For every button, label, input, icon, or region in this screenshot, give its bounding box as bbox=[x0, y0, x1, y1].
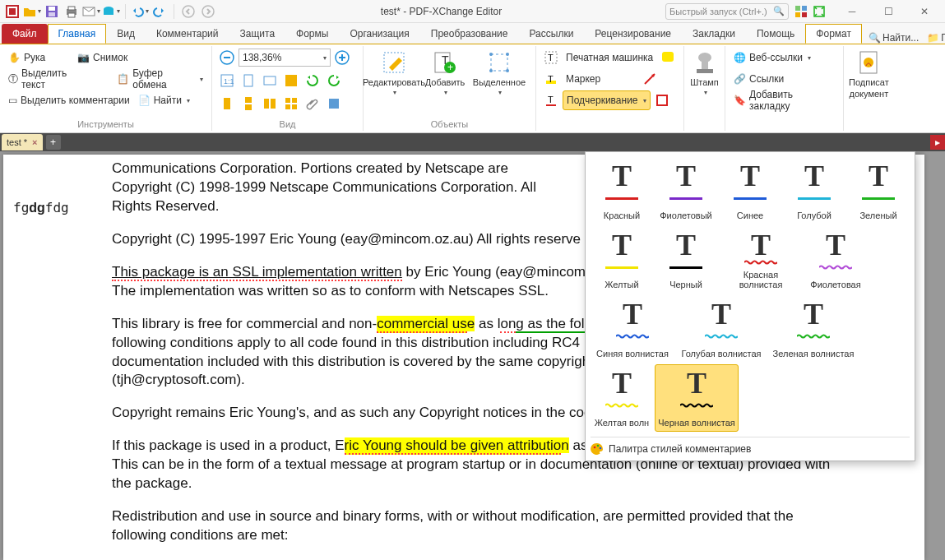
minimize-button[interactable]: ─ bbox=[835, 2, 869, 21]
separator bbox=[174, 4, 174, 19]
tab-protect[interactable]: Защита bbox=[229, 24, 286, 44]
underline-style-option[interactable]: TКрасная волнистая bbox=[719, 226, 803, 294]
layout-facing-button[interactable] bbox=[260, 94, 280, 113]
rectangle-button[interactable] bbox=[652, 90, 672, 110]
rotate-cw-button[interactable] bbox=[324, 71, 344, 90]
tab-form[interactable]: Формы bbox=[285, 24, 339, 44]
underline-icon-button[interactable]: T bbox=[541, 90, 561, 110]
web-links-button[interactable]: 🌐Веб-ссылки▾ bbox=[730, 48, 838, 67]
comment-styles-palette-link[interactable]: Палитра стилей комментариев bbox=[591, 437, 910, 456]
select-comments-tool[interactable]: ▭Выделить комментарии bbox=[5, 90, 133, 110]
t-glyph-icon: T bbox=[687, 370, 706, 396]
tab-share[interactable]: Рассылки bbox=[519, 24, 585, 44]
t-glyph-icon: T bbox=[826, 232, 845, 258]
style-label: Голубая волнистая bbox=[681, 349, 761, 359]
add-bookmark-button[interactable]: 🔖Добавить закладку bbox=[730, 90, 838, 110]
add-document-tab[interactable]: + bbox=[46, 135, 61, 150]
wavy-underline-icon bbox=[819, 265, 852, 270]
highlight-button[interactable]: Маркер bbox=[563, 69, 638, 89]
tab-file[interactable]: Файл bbox=[2, 24, 48, 44]
select-text-tool[interactable]: ⓉВыделить текст bbox=[5, 69, 92, 89]
underline-style-option[interactable]: TФиолетовый bbox=[655, 157, 717, 224]
layout-continuous-button[interactable] bbox=[239, 94, 258, 113]
close-button[interactable]: ✕ bbox=[907, 2, 942, 21]
print-icon[interactable] bbox=[63, 2, 81, 21]
tab-view[interactable]: Вид bbox=[106, 24, 146, 44]
underline-style-option[interactable]: TГолубой bbox=[783, 157, 845, 224]
tab-overflow-icon[interactable]: ▸ bbox=[930, 135, 945, 150]
sticky-note-button[interactable] bbox=[658, 48, 678, 67]
nav-back-icon[interactable] bbox=[179, 2, 197, 21]
layout-single-button[interactable] bbox=[217, 94, 237, 113]
fit-page-button[interactable] bbox=[239, 71, 258, 90]
tab-home[interactable]: Главная bbox=[48, 24, 107, 44]
close-tab-icon[interactable]: × bbox=[32, 137, 37, 147]
rotate-ccw-button[interactable] bbox=[303, 71, 322, 90]
sign-document-button[interactable]: Подписат документ bbox=[849, 48, 889, 131]
arrow-button[interactable] bbox=[640, 69, 660, 89]
snapshot-tool[interactable]: 📷Снимок bbox=[74, 48, 131, 67]
zoom-in-button[interactable] bbox=[332, 48, 352, 67]
clipboard-button[interactable]: 📋Буфер обмена▾ bbox=[113, 69, 206, 89]
fit-icon[interactable] bbox=[810, 2, 828, 21]
edit-content-button[interactable]: Редактировать▾ bbox=[368, 48, 419, 119]
underline-style-option[interactable]: TСинее bbox=[719, 157, 781, 224]
svg-rect-2 bbox=[9, 8, 16, 15]
style-label: Синее bbox=[737, 211, 763, 220]
wavy-underline-icon bbox=[680, 403, 713, 408]
tab-bookmarks[interactable]: Закладки bbox=[682, 24, 746, 44]
tab-format[interactable]: Формат bbox=[805, 24, 862, 44]
tab-help[interactable]: Помощь bbox=[746, 24, 805, 44]
tab-review[interactable]: Рецензирование bbox=[584, 24, 682, 44]
search-button[interactable]: 📁Поиск... bbox=[924, 32, 945, 44]
underline-style-option[interactable]: TСиняя волнистая bbox=[591, 295, 674, 363]
find-button[interactable]: 🔍Найти... bbox=[865, 32, 922, 44]
fit-width-button[interactable] bbox=[260, 71, 280, 90]
app-logo-icon[interactable] bbox=[3, 2, 21, 21]
attachments-button[interactable] bbox=[303, 94, 322, 113]
underline-style-option[interactable]: TЖелтая волн bbox=[591, 364, 653, 432]
t-glyph-icon: T bbox=[751, 232, 771, 258]
open-icon[interactable]: ▾ bbox=[23, 2, 41, 21]
document-tab[interactable]: test * × bbox=[2, 134, 43, 150]
quick-launch-input[interactable]: Быстрый запуск (Ctrl+.) 🔍 bbox=[665, 3, 789, 20]
fit-visible-button[interactable] bbox=[281, 71, 301, 90]
tab-convert[interactable]: Преобразование bbox=[420, 24, 519, 44]
nav-forward-icon[interactable] bbox=[199, 2, 217, 21]
actual-size-button[interactable]: 1:1 bbox=[217, 71, 237, 90]
thumbnails-button[interactable] bbox=[324, 94, 344, 113]
ribbon-group-markup: T Печатная машинка T Маркер T Подчеркива… bbox=[536, 46, 684, 131]
zoom-out-button[interactable] bbox=[217, 48, 237, 67]
undo-icon[interactable]: ▾ bbox=[131, 2, 149, 21]
ui-options-icon[interactable] bbox=[792, 2, 810, 21]
tab-organize[interactable]: Организация bbox=[339, 24, 419, 44]
layout-book-button[interactable] bbox=[281, 94, 301, 113]
links-button[interactable]: 🔗Ссылки bbox=[730, 69, 838, 89]
maximize-button[interactable]: ☐ bbox=[871, 2, 906, 21]
stamp-button[interactable]: Штамп▾ bbox=[689, 48, 720, 119]
email-icon[interactable]: ▾ bbox=[82, 2, 100, 21]
underline-style-option[interactable]: TЧерная волнистая bbox=[655, 364, 739, 432]
highlight-icon-button[interactable]: T bbox=[541, 69, 561, 89]
typewriter-button[interactable]: Печатная машинка bbox=[563, 48, 656, 67]
redo-icon[interactable] bbox=[151, 2, 169, 21]
underline-style-option[interactable]: TЗеленый bbox=[847, 157, 910, 224]
scan-icon[interactable]: ▾ bbox=[102, 2, 120, 21]
underline-style-option[interactable]: TЖелтый bbox=[591, 226, 653, 294]
underline-style-option[interactable]: TЧерный bbox=[655, 226, 717, 294]
save-icon[interactable] bbox=[43, 2, 61, 21]
typewriter-annotation[interactable]: fgdgfdg bbox=[13, 199, 69, 217]
typewriter-icon-button[interactable]: T bbox=[541, 48, 561, 67]
hand-tool[interactable]: ✋Рука bbox=[5, 48, 72, 67]
add-content-button[interactable]: T+ Добавить▾ bbox=[419, 48, 470, 119]
underline-style-option[interactable]: TФиолетовая bbox=[804, 226, 867, 294]
underline-style-option[interactable]: TЗеленая волнистая bbox=[768, 295, 859, 363]
svg-point-65 bbox=[600, 447, 602, 450]
underline-style-option[interactable]: TКрасный bbox=[591, 157, 653, 224]
find-tool[interactable]: 📄Найти▾ bbox=[135, 90, 193, 110]
zoom-combo[interactable]: 138,36%▾ bbox=[239, 49, 331, 67]
underline-style-option[interactable]: TГолубая волнистая bbox=[676, 295, 767, 363]
underline-button[interactable]: Подчеркивание▾ bbox=[563, 90, 651, 110]
selection-button[interactable]: Выделенное▾ bbox=[470, 48, 528, 119]
tab-comment[interactable]: Комментарий bbox=[146, 24, 229, 44]
